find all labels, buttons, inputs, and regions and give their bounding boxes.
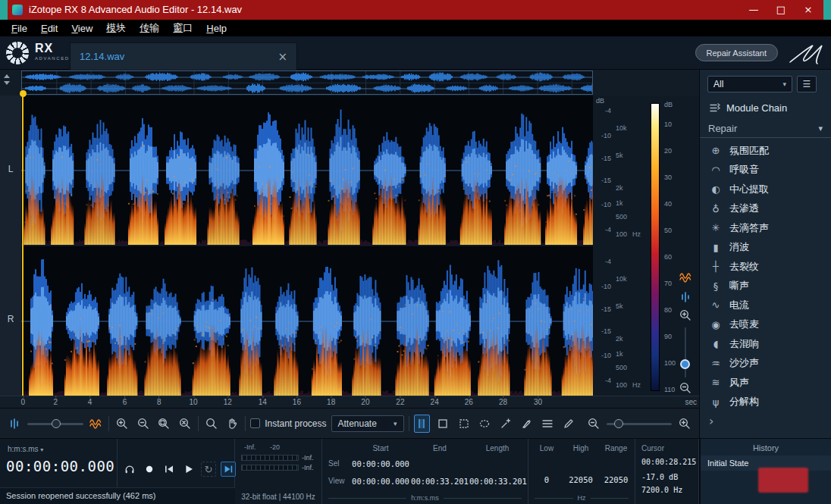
sel-end-value[interactable]: [410, 459, 469, 468]
overview-waveform-canvas[interactable]: [22, 71, 592, 94]
draw-tool-button[interactable]: [560, 415, 577, 433]
module-de-plosive[interactable]: ◉去喷麦: [700, 315, 831, 335]
vertical-zoom-slider-handle[interactable]: [680, 359, 690, 369]
sidebar-expand-button[interactable]: ›: [709, 414, 713, 428]
module-label: 去裂纹: [729, 260, 759, 274]
minimize-button[interactable]: —: [740, 0, 767, 20]
menu-item-1[interactable]: Edit: [34, 23, 64, 34]
main-toolbar: Instant process Attenuate ▾: [0, 408, 699, 438]
selection-unit-footer[interactable]: h:m:s.ms: [328, 494, 522, 502]
zoom-out-vertical-button[interactable]: [678, 380, 693, 396]
menu-item-4[interactable]: 传输: [133, 21, 166, 35]
time-selection-tool-button[interactable]: [414, 415, 431, 433]
sidebar-menu-button[interactable]: ☰: [797, 76, 817, 92]
magic-wand-tool-button[interactable]: [497, 415, 514, 433]
menu-item-3[interactable]: 模块: [99, 21, 133, 35]
sel-length-value[interactable]: [469, 459, 525, 468]
time-format-select[interactable]: h:m:s.ms ▾: [8, 445, 43, 453]
menu-item-6[interactable]: Help: [199, 23, 234, 34]
zoom-fit-button[interactable]: [177, 415, 193, 433]
high-frequency-value[interactable]: 22050: [562, 475, 600, 484]
instant-process-checkbox[interactable]: [250, 418, 260, 428]
module-de-click[interactable]: ✳去滴答声: [700, 218, 831, 238]
zoom-in-vertical-button[interactable]: [678, 308, 693, 323]
module-ambience-match[interactable]: ⊕氛围匹配: [700, 141, 831, 161]
close-button[interactable]: ×: [795, 0, 822, 20]
module-de-bleed[interactable]: ♁去渗透: [700, 199, 831, 219]
marquee-selection-tool-button[interactable]: [456, 415, 472, 433]
playhead[interactable]: [22, 95, 24, 396]
slider-handle[interactable]: [52, 419, 61, 428]
repair-assistant-button[interactable]: Repair Assistant: [695, 44, 778, 61]
time-ruler[interactable]: 024681012141618202224262830 sec: [0, 396, 699, 408]
repair-assistant-label: Repair Assistant: [707, 49, 767, 58]
module-de-ess[interactable]: §嘶声: [700, 277, 831, 296]
range-frequency-value[interactable]: 22050: [600, 475, 632, 484]
spectrogram-settings-button[interactable]: [88, 415, 105, 433]
fq-tick: 10k: [616, 124, 627, 132]
low-frequency-value[interactable]: 0: [532, 475, 562, 484]
collapse-overview-button[interactable]: [4, 74, 10, 85]
channel-left-button[interactable]: L: [0, 164, 21, 174]
spectrogram-colorbar[interactable]: [651, 103, 660, 391]
process-mode-select[interactable]: Attenuate ▾: [331, 415, 404, 432]
module-center-extract[interactable]: ◐中心提取: [700, 180, 831, 199]
time-tick-26: 26: [465, 398, 473, 406]
menu-item-0[interactable]: File: [5, 23, 34, 34]
frequency-unit-footer[interactable]: Hz: [535, 494, 629, 502]
monitor-button[interactable]: [122, 462, 137, 477]
view-end-value[interactable]: 00:00:33.201: [410, 477, 469, 486]
view-start-value[interactable]: 00:00:00.000: [351, 477, 410, 486]
module-de-rustle[interactable]: ♒沙沙声: [700, 354, 831, 374]
playhead-marker-icon[interactable]: [20, 90, 27, 97]
go-to-end-button[interactable]: [221, 462, 236, 477]
spectrogram-view[interactable]: [21, 95, 593, 396]
zoom-slider[interactable]: [607, 415, 672, 433]
repair-section-header[interactable]: Repair ▾: [700, 120, 831, 138]
menu-item-2[interactable]: View: [64, 23, 99, 34]
module-chain-item[interactable]: Module Chain: [700, 99, 831, 117]
go-to-start-button[interactable]: [161, 462, 177, 477]
module-de-reverb[interactable]: ◖去混响: [700, 334, 831, 354]
harmonics-selection-tool-button[interactable]: [539, 415, 556, 433]
preset-filter-select[interactable]: All ▾: [707, 76, 792, 92]
zoom-tool-button[interactable]: [203, 415, 220, 433]
module-breath-control[interactable]: ◠呼吸音: [700, 161, 831, 180]
brush-tool-button[interactable]: [519, 415, 535, 433]
view-length-value[interactable]: 00:00:33.201: [469, 477, 525, 486]
zoom-out-button[interactable]: [586, 415, 603, 433]
view-row: View 00:00:00.000 00:00:33.201 00:00:33.…: [324, 477, 525, 486]
module-de-hum[interactable]: ∿电流: [700, 296, 831, 315]
overview-waveform[interactable]: [21, 70, 593, 95]
maximize-button[interactable]: □: [767, 0, 795, 20]
zoom-out-time-button[interactable]: [135, 415, 152, 433]
tab-close-icon[interactable]: ×: [278, 50, 287, 64]
instant-process-toggle[interactable]: Instant process: [250, 418, 326, 429]
spectrogram-opacity-slider[interactable]: [27, 415, 83, 433]
play-button[interactable]: [181, 462, 196, 477]
time-frequency-selection-tool-button[interactable]: [434, 415, 451, 433]
module-de-wind[interactable]: ≋风声: [700, 373, 831, 393]
tab-12-14-wav[interactable]: 12.14.wav ×: [70, 42, 297, 70]
record-button[interactable]: [142, 462, 157, 477]
spectrogram-right-channel[interactable]: [21, 246, 593, 396]
module-de-clip[interactable]: ▮消波: [700, 238, 831, 258]
sel-start-value[interactable]: 00:00:00.000: [351, 459, 410, 468]
slider-handle[interactable]: [614, 419, 623, 428]
pan-tool-button[interactable]: [224, 415, 240, 433]
zoom-in-button[interactable]: [676, 415, 693, 433]
spectrogram-left-channel[interactable]: [21, 95, 593, 245]
waveform-spectrogram-balance-button[interactable]: [6, 415, 23, 433]
zoom-in-time-button[interactable]: [114, 415, 130, 433]
menu-item-5[interactable]: 窗口: [166, 21, 199, 35]
vertical-scale-icon[interactable]: [678, 290, 693, 305]
zoom-to-selection-button[interactable]: [156, 415, 173, 433]
instant-process-label[interactable]: Instant process: [265, 418, 326, 429]
module-deconstruct[interactable]: ψ分解构: [700, 393, 831, 412]
module-de-crackle[interactable]: ┼去裂纹: [700, 257, 831, 277]
loop-playback-button[interactable]: ↻: [201, 462, 216, 477]
vertical-zoom-slider[interactable]: [685, 327, 686, 377]
spectrogram-options-icon[interactable]: [678, 270, 693, 285]
channel-right-button[interactable]: R: [0, 314, 21, 324]
lasso-selection-tool-button[interactable]: [476, 415, 493, 433]
